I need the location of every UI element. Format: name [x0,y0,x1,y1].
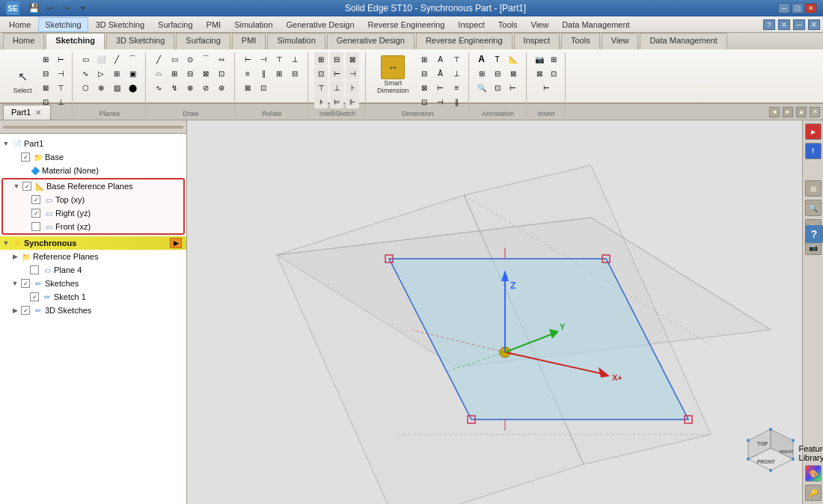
base-expander[interactable] [10,153,19,162]
ann-btn-9[interactable]: ⊢ [507,81,520,94]
tab-3d-sketching[interactable]: 3D Sketching [106,33,174,49]
ann-btn-5[interactable]: ⊟ [491,67,504,80]
is-btn-6[interactable]: ⊣ [346,67,359,80]
menu-simulation[interactable]: Simulation [228,17,278,32]
plane-btn-3[interactable]: ╱ [110,52,123,66]
plane-btn-7[interactable]: ⊞ [110,67,123,80]
tab-pmi[interactable]: PMI [232,33,266,49]
draw-btn-6[interactable]: ⌓ [152,67,165,80]
doc-nav-up-btn[interactable]: ▲ [796,107,807,117]
ins-btn-2[interactable]: ⊞ [547,52,560,66]
redo-quick-btn[interactable]: ↪ [60,1,73,15]
top-xy-checkbox[interactable] [31,195,40,204]
draw-btn-13[interactable]: ⊗ [183,81,197,94]
youtube-btn[interactable]: ▶ [805,123,822,140]
draw-btn-7[interactable]: ⊞ [168,67,181,80]
relate-btn-6[interactable]: ∥ [257,67,270,80]
tree-item-right-yz[interactable]: ▭ Right (yz) [21,206,183,220]
draw-btn-3[interactable]: ⊙ [183,52,197,66]
draw-btn-10[interactable]: ⊡ [215,67,228,80]
draw-btn-1[interactable]: ╱ [152,52,165,66]
ref-planes-expander[interactable]: ▶ [10,252,19,261]
sketch1-checkbox[interactable] [30,292,39,301]
part1-expander[interactable]: ▼ [1,139,10,148]
close-doc-btn[interactable]: ✕ [808,19,820,30]
doc-nav-next-btn[interactable]: ► [783,107,793,117]
select-row1-btn3[interactable]: ⊠ [39,81,52,94]
dim-btn-11[interactable]: ≡ [450,81,464,94]
select-row2-btn2[interactable]: ⊣ [54,67,67,80]
sketches-expander[interactable]: ▼ [10,279,19,288]
draw-btn-8[interactable]: ⊟ [183,67,197,80]
select-row2-btn4[interactable]: ⊥ [54,95,67,108]
menu-reverse-engineering[interactable]: Reverse Engineering [362,17,451,32]
dim-btn-12[interactable]: ∥ [450,95,464,108]
draw-btn-2[interactable]: ▭ [168,52,181,66]
ann-btn-8[interactable]: ⊡ [491,81,504,94]
facebook-btn[interactable]: f [805,143,822,159]
tab-simulation[interactable]: Simulation [267,33,325,49]
maximize-btn[interactable]: □ [792,3,804,13]
ins-btn-1[interactable]: 📷 [533,52,546,66]
ins-btn-5[interactable]: ⊢ [539,81,553,94]
tree-item-part1[interactable]: ▼ 📄 Part1 [0,137,186,150]
sketches-checkbox[interactable] [21,279,30,288]
nav-cube[interactable]: TOP RIGHT FRONT [741,422,801,482]
tree-item-material[interactable]: 🔷 Material (None) [18,164,186,177]
base-ref-planes-checkbox[interactable] [22,182,31,191]
plane-btn-6[interactable]: ▷ [94,67,108,80]
ins-btn-4[interactable]: ⊡ [547,67,560,80]
dim-btn-9[interactable]: ⊤ [450,52,464,66]
dim-btn-3[interactable]: ⊠ [417,81,431,94]
base-ref-planes-expander[interactable]: ▼ [12,182,21,191]
ann-btn-6[interactable]: ⊠ [507,67,520,80]
help-menu-btn[interactable]: ? [763,19,775,30]
relate-btn-3[interactable]: ⊤ [272,52,286,66]
menu-pmi[interactable]: PMI [201,17,227,32]
menu-data-management[interactable]: Data Management [556,17,636,32]
is-btn-7[interactable]: ⊤ [314,81,328,94]
ann-btn-2[interactable]: T [491,52,504,66]
dim-btn-4[interactable]: ⊡ [417,95,431,108]
dim-btn-2[interactable]: ⊟ [417,67,431,80]
tab-reverse-engineering[interactable]: Reverse Engineering [416,33,513,49]
tree-item-sketch1[interactable]: ✏ Sketch 1 [18,290,186,304]
dim-btn-6[interactable]: Ā [434,67,447,80]
is-btn-11[interactable]: ⊨ [330,95,343,108]
menu-surfacing[interactable]: Surfacing [152,17,198,32]
tree-item-3d-sketches[interactable]: ▶ ✏ 3D Sketches [9,304,186,317]
ann-search-btn[interactable]: 🔍 [475,81,489,94]
draw-btn-5[interactable]: ∾ [215,52,228,66]
undo-quick-btn[interactable]: ↩ [43,1,57,15]
menu-home[interactable]: Home [3,17,37,32]
dim-btn-1[interactable]: ⊞ [417,52,431,66]
synchronous-expander[interactable]: ▼ [1,239,10,248]
doc-nav-close-btn[interactable]: ✕ [810,107,820,117]
menu-inspect[interactable]: Inspect [452,17,490,32]
tree-item-base-ref-planes[interactable]: ▼ 📐 Base Reference Planes [12,179,183,193]
relate-btn-4[interactable]: ⊥ [288,52,302,66]
smart-dimension-btn[interactable]: ↔ SmartDimension [372,52,414,97]
minimize-ribbon-btn[interactable]: ─ [793,19,805,30]
draw-btn-14[interactable]: ⊘ [199,81,212,94]
is-btn-9[interactable]: ⊦ [346,81,359,94]
feature-lib-label[interactable]: Feature Library [799,444,823,462]
plane-btn-8[interactable]: ▣ [126,67,139,80]
ann-btn-4[interactable]: ⊞ [475,67,489,80]
menu-generative-design[interactable]: Generative Design [281,17,361,32]
draw-btn-12[interactable]: ↯ [168,81,181,94]
relate-btn-1[interactable]: ⊢ [241,52,254,66]
plane-btn-9[interactable]: ⬡ [79,81,92,94]
tab-generative-design[interactable]: Generative Design [327,33,414,49]
tab-home[interactable]: Home [3,33,44,49]
plane-btn-10[interactable]: ⊕ [94,81,108,94]
tab-data-management[interactable]: Data Management [640,33,727,49]
relate-btn-9[interactable]: ⊠ [241,81,254,94]
tree-scroll-handle[interactable] [3,126,183,129]
is-btn-5[interactable]: ⊢ [330,67,343,80]
close-btn[interactable]: ✕ [805,3,817,13]
select-row2-btn3[interactable]: ⊤ [54,81,67,94]
base-checkbox[interactable] [21,153,30,162]
viewport[interactable]: Z X+ Y TOP RIGHT [187,120,823,504]
help-btn[interactable]: ? [805,225,823,243]
